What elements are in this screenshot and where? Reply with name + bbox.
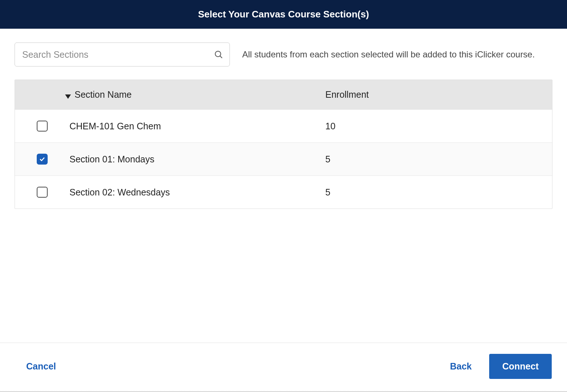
- search-helper-row: All students from each section selected …: [15, 43, 552, 66]
- back-button[interactable]: Back: [450, 361, 472, 372]
- modal-footer: Cancel Back Connect: [0, 343, 567, 392]
- search-wrap: [15, 43, 230, 66]
- table-row[interactable]: Section 01: Mondays 5: [15, 142, 552, 175]
- section-checkbox[interactable]: [37, 121, 48, 132]
- section-name-cell: CHEM-101 Gen Chem: [69, 121, 311, 132]
- table-row[interactable]: CHEM-101 Gen Chem 10: [15, 109, 552, 142]
- enrollment-label: Enrollment: [326, 89, 369, 100]
- enrollment-cell: 5: [326, 154, 552, 165]
- svg-point-0: [215, 51, 221, 57]
- section-name-label: Section Name: [75, 89, 132, 100]
- section-checkbox[interactable]: [37, 187, 48, 198]
- modal-content: All students from each section selected …: [0, 29, 567, 209]
- sort-asc-icon: [64, 92, 72, 98]
- column-header-enrollment[interactable]: Enrollment: [326, 89, 552, 100]
- connect-button[interactable]: Connect: [489, 354, 552, 379]
- helper-text: All students from each section selected …: [242, 49, 552, 60]
- table-header-row: Section Name Enrollment: [15, 80, 552, 109]
- modal-title: Select Your Canvas Course Section(s): [198, 9, 369, 20]
- enrollment-cell: 5: [326, 187, 552, 198]
- svg-line-1: [220, 56, 222, 58]
- cancel-button[interactable]: Cancel: [26, 361, 56, 372]
- section-name-cell: Section 01: Mondays: [69, 154, 311, 165]
- table-row[interactable]: Section 02: Wednesdays 5: [15, 175, 552, 209]
- search-input[interactable]: [15, 43, 230, 66]
- section-name-cell: Section 02: Wednesdays: [69, 187, 311, 198]
- sections-table: Section Name Enrollment CHEM-101 Gen Che…: [15, 80, 552, 209]
- search-icon: [214, 50, 223, 59]
- section-checkbox[interactable]: [37, 154, 48, 165]
- column-header-section-name[interactable]: Section Name: [64, 89, 311, 100]
- enrollment-cell: 10: [326, 121, 552, 132]
- modal-header: Select Your Canvas Course Section(s): [0, 0, 567, 29]
